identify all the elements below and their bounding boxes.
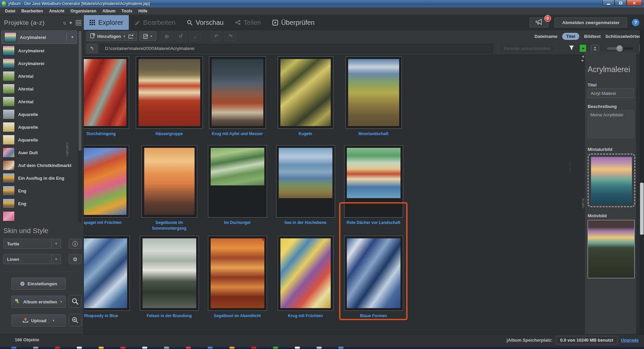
image-title-link[interactable]: Moorlandschaft bbox=[359, 131, 388, 137]
undo-button[interactable]: ↶ bbox=[211, 32, 222, 41]
project-item[interactable]: Aquarelle bbox=[0, 108, 78, 121]
project-item[interactable]: Eng bbox=[0, 184, 78, 197]
taskbar-icon[interactable] bbox=[208, 347, 213, 349]
image-title-link[interactable]: Papagei mit Früchten bbox=[84, 220, 122, 226]
grid-item[interactable]: Rhapsody in Blue bbox=[84, 236, 135, 319]
filter-bildtext[interactable]: Bildtext bbox=[584, 34, 601, 39]
new-folder-button[interactable] bbox=[125, 32, 137, 41]
grid-item[interactable]: Segelboote im Sonnenuntergang bbox=[135, 145, 203, 231]
project-item[interactable]: Ahrntal bbox=[0, 82, 78, 95]
project-item[interactable]: Ein Ausflug in die Eng bbox=[0, 172, 78, 184]
rotate-left-button[interactable]: ↺ bbox=[175, 32, 186, 41]
menu-datei[interactable]: Datei bbox=[2, 9, 18, 13]
tab-vorschau[interactable]: Vorschau bbox=[181, 15, 229, 30]
grid-item[interactable]: Krug mit Apfel und Messer bbox=[203, 56, 271, 137]
grid-item[interactable]: Im Dschungel bbox=[203, 145, 271, 231]
skin-select[interactable]: Turtle ▼ bbox=[3, 239, 61, 249]
grid-item[interactable]: Häusergruppe bbox=[135, 56, 203, 137]
sort-projects-icon[interactable]: ↑↓ bbox=[63, 20, 65, 25]
small-thumbnail-size-icon[interactable] bbox=[591, 45, 599, 52]
thumbnail-frame[interactable] bbox=[209, 56, 266, 129]
image-title-link[interactable]: Häusergruppe bbox=[156, 131, 183, 137]
menu-bearbeiten[interactable]: Bearbeiten bbox=[18, 9, 46, 13]
export-button[interactable]: → bbox=[189, 32, 201, 41]
project-item[interactable] bbox=[0, 210, 78, 222]
image-title-link[interactable]: See in der Hochebene bbox=[284, 220, 326, 226]
grid-item[interactable]: Kugeln bbox=[271, 56, 339, 137]
taskbar-icon[interactable] bbox=[251, 347, 256, 349]
grid-item[interactable]: Durchdringung bbox=[84, 56, 135, 137]
make-album-button[interactable]: Album erstellen ▼ bbox=[11, 296, 66, 308]
taskbar-icon[interactable] bbox=[273, 347, 278, 349]
thumbnail-frame[interactable] bbox=[84, 145, 129, 218]
scrollbar-thumb[interactable] bbox=[78, 31, 82, 151]
style-settings-button[interactable]: ⚙ bbox=[69, 254, 82, 264]
taskbar-icon[interactable] bbox=[120, 347, 125, 349]
project-item-selected[interactable]: Acrylmalerei ▼ bbox=[1, 31, 77, 44]
taskbar-icon[interactable] bbox=[33, 347, 38, 349]
splitter-grip[interactable] bbox=[66, 142, 68, 157]
redo-button[interactable]: ↷ bbox=[225, 32, 236, 41]
filter-funnel-icon[interactable] bbox=[569, 45, 575, 52]
menu-ansicht[interactable]: Ansicht bbox=[46, 9, 67, 13]
project-item[interactable]: Acrylmalerei bbox=[0, 57, 78, 70]
settings-button[interactable]: ⚙ Einstellungen bbox=[11, 278, 66, 290]
style-select[interactable]: Linen ▼ bbox=[3, 254, 61, 264]
miniaturbild-dropzone[interactable] bbox=[588, 154, 635, 207]
slider-thumb[interactable] bbox=[616, 45, 623, 52]
image-title-link[interactable]: Krug mit Früchten bbox=[288, 313, 323, 319]
splitter-grip[interactable] bbox=[582, 198, 584, 209]
collapse-left-icon[interactable]: ◀ bbox=[582, 55, 584, 58]
thumbnail-frame[interactable] bbox=[276, 145, 335, 218]
grid-item[interactable]: Felsen in der Brandung bbox=[135, 236, 203, 319]
thumbnail-frame[interactable] bbox=[344, 145, 403, 218]
menu-hilfe[interactable]: Hilfe bbox=[135, 9, 150, 13]
taskbar-icon[interactable] bbox=[77, 347, 82, 349]
close-button[interactable]: × bbox=[627, 0, 642, 6]
notifications-button[interactable]: 3 bbox=[530, 17, 548, 27]
thumbnail-frame[interactable] bbox=[142, 145, 197, 218]
right-scrollbar[interactable] bbox=[640, 30, 644, 334]
thumbnail-frame[interactable] bbox=[345, 56, 402, 129]
project-list-scrollbar[interactable] bbox=[78, 30, 82, 222]
skin-info-button[interactable]: i bbox=[69, 239, 82, 249]
image-title-link[interactable]: Rote Dächer vor Landschaft bbox=[346, 220, 400, 226]
search-zoom-button[interactable] bbox=[69, 314, 82, 327]
path-field[interactable]: D:\container\malerei2000\Malerei\Acrylma… bbox=[100, 44, 493, 53]
grid-item[interactable]: Papagei mit Früchten bbox=[84, 145, 135, 231]
grid-item[interactable]: Krug mit Früchten bbox=[271, 236, 339, 319]
thumbnail-frame[interactable]: ♥ bbox=[208, 236, 267, 311]
taskbar-icon[interactable] bbox=[11, 347, 16, 349]
upload-button[interactable]: Upload ▼ bbox=[11, 314, 66, 327]
tab-ueberpruefen[interactable]: Überprüfen bbox=[267, 15, 320, 30]
menu-organisieren[interactable]: Organisieren bbox=[67, 9, 99, 13]
beschreibung-textarea[interactable]: Meine Acrylbilder bbox=[588, 110, 634, 138]
exclude-button[interactable]: ⊖ bbox=[161, 32, 172, 41]
image-title-link[interactable]: Segelboot im Abendlicht bbox=[214, 313, 261, 319]
project-item[interactable]: Eng bbox=[0, 197, 78, 210]
taskbar-icon[interactable] bbox=[295, 347, 300, 349]
scrollbar-thumb[interactable] bbox=[640, 183, 644, 235]
image-title-link[interactable]: Im Dschungel bbox=[224, 220, 251, 226]
minimize-button[interactable] bbox=[602, 0, 614, 6]
filter-dateiname[interactable]: Dateiname bbox=[534, 34, 557, 39]
thumbnail-frame[interactable] bbox=[84, 236, 130, 311]
grid-item[interactable]: Rote Dächer vor Landschaft bbox=[339, 145, 408, 231]
splitter-grip[interactable] bbox=[570, 160, 570, 174]
image-title-link[interactable]: Segelboote im Sonnenuntergang bbox=[140, 220, 199, 231]
maximize-button[interactable] bbox=[614, 0, 627, 6]
tab-explorer[interactable]: Explorer bbox=[84, 15, 129, 30]
taskbar-icon[interactable] bbox=[338, 347, 343, 349]
taskbar-icon[interactable] bbox=[229, 347, 234, 349]
taskbar-icon[interactable] bbox=[317, 347, 322, 349]
tab-bearbeiten[interactable]: Bearbeiten bbox=[129, 15, 181, 30]
thumbnail-frame[interactable] bbox=[278, 236, 333, 311]
add-button[interactable]: Hinzufügen ▼ bbox=[87, 32, 129, 41]
project-item[interactable]: Ahrntal bbox=[0, 70, 78, 82]
help-button[interactable]: ? bbox=[632, 19, 639, 26]
add-project-icon[interactable]: ＋ bbox=[68, 19, 73, 26]
taskbar-icon[interactable] bbox=[99, 347, 104, 349]
new-page-button[interactable]: ▼ bbox=[140, 32, 156, 41]
motivbild-image-box[interactable] bbox=[588, 220, 635, 278]
favorite-heart-icon[interactable]: ♥ bbox=[262, 237, 265, 243]
